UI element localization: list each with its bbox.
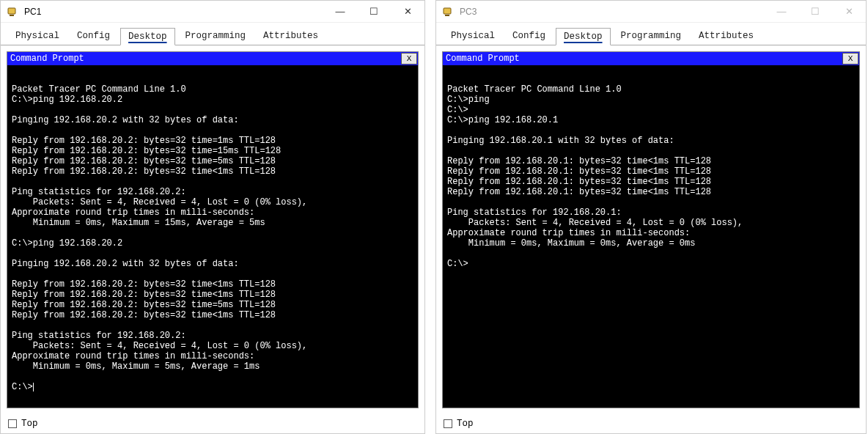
command-prompt-header[interactable]: Command Prompt X — [7, 52, 418, 65]
command-prompt-close-button[interactable]: X — [842, 53, 858, 65]
tab-bar: Physical Config Desktop Programming Attr… — [1, 23, 424, 45]
titlebar[interactable]: PC3 — ☐ ✕ — [436, 1, 866, 23]
svg-rect-3 — [445, 15, 449, 16]
tab-physical[interactable]: Physical — [444, 28, 502, 45]
command-prompt-header[interactable]: Command Prompt X — [443, 52, 859, 65]
window-pc3: PC3 — ☐ ✕ Physical Config Desktop Progra… — [435, 0, 867, 434]
tab-bar: Physical Config Desktop Programming Attr… — [436, 23, 866, 45]
close-button[interactable]: ✕ — [391, 1, 424, 22]
tab-physical[interactable]: Physical — [8, 28, 67, 45]
svg-rect-0 — [8, 8, 15, 14]
footer: Top — [436, 414, 866, 433]
tab-attributes[interactable]: Attributes — [691, 28, 761, 45]
top-label: Top — [457, 419, 474, 429]
terminal-output[interactable]: Packet Tracer PC Command Line 1.0 C:\>pi… — [443, 65, 859, 408]
window-pc1: PC1 — ☐ ✕ Physical Config Desktop Progra… — [0, 0, 425, 434]
tab-attributes[interactable]: Attributes — [256, 28, 326, 45]
app-icon — [442, 6, 454, 18]
content-area: Command Prompt X Packet Tracer PC Comman… — [1, 45, 424, 414]
tab-programming[interactable]: Programming — [178, 28, 254, 45]
command-prompt-title: Command Prompt — [10, 54, 84, 64]
app-icon — [7, 6, 18, 18]
maximize-button[interactable]: ☐ — [357, 1, 391, 22]
top-checkbox[interactable] — [8, 419, 17, 428]
maximize-button[interactable]: ☐ — [798, 1, 832, 22]
svg-rect-2 — [444, 8, 451, 14]
minimize-button[interactable]: — — [765, 1, 798, 22]
top-checkbox[interactable] — [444, 419, 452, 428]
command-prompt-title: Command Prompt — [446, 54, 520, 64]
titlebar[interactable]: PC1 — ☐ ✕ — [1, 1, 424, 23]
tab-config[interactable]: Config — [505, 28, 553, 45]
top-label: Top — [21, 419, 38, 429]
terminal-output[interactable]: Packet Tracer PC Command Line 1.0 C:\>pi… — [7, 65, 418, 408]
content-area: Command Prompt X Packet Tracer PC Comman… — [436, 45, 866, 414]
cursor-icon — [33, 383, 34, 391]
command-prompt-close-button[interactable]: X — [401, 53, 417, 65]
tab-config[interactable]: Config — [70, 28, 117, 45]
command-prompt-widget: Command Prompt X Packet Tracer PC Comman… — [7, 51, 419, 408]
window-controls: — ☐ ✕ — [323, 1, 424, 22]
tab-programming[interactable]: Programming — [614, 28, 689, 45]
tab-desktop[interactable]: Desktop — [556, 28, 611, 45]
window-title: PC1 — [24, 7, 41, 17]
command-prompt-widget: Command Prompt X Packet Tracer PC Comman… — [442, 51, 860, 408]
minimize-button[interactable]: — — [323, 1, 357, 22]
window-title: PC3 — [460, 7, 477, 17]
footer: Top — [1, 414, 424, 433]
close-button[interactable]: ✕ — [832, 1, 866, 22]
window-controls: — ☐ ✕ — [765, 1, 866, 22]
tab-desktop[interactable]: Desktop — [120, 28, 175, 45]
svg-rect-1 — [10, 15, 14, 16]
